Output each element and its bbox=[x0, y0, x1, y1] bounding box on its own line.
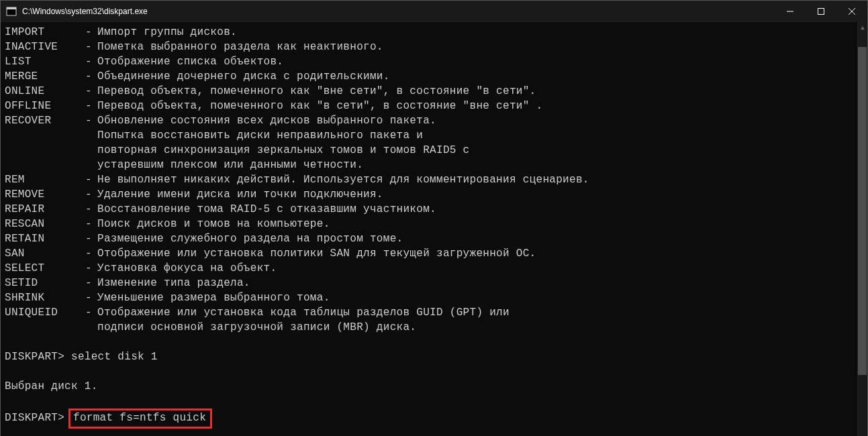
help-description: Перевод объекта, помеченного как "в сети… bbox=[97, 99, 542, 113]
help-command: REPAIR bbox=[5, 202, 85, 217]
help-command: MERGE bbox=[5, 69, 85, 84]
help-command: RESCAN bbox=[5, 217, 85, 231]
help-row: MERGE- Объединение дочернего диска с род… bbox=[5, 69, 852, 84]
help-command: RECOVER bbox=[5, 113, 85, 128]
help-description: Размещение служебного раздела на простом… bbox=[97, 231, 403, 246]
help-dash: - bbox=[85, 172, 97, 187]
window-title: C:\Windows\system32\diskpart.exe bbox=[22, 7, 148, 16]
help-command: REMOVE bbox=[5, 187, 85, 202]
help-description: устаревшим плексом или данными четности. bbox=[97, 158, 363, 172]
help-description: Изменение типа раздела. bbox=[97, 276, 250, 290]
help-description: Отображение списка объектов. bbox=[97, 54, 283, 69]
help-dash: - bbox=[85, 69, 97, 84]
help-dash: - bbox=[85, 217, 97, 231]
close-button[interactable] bbox=[836, 1, 867, 22]
help-description: повторная синхронизация зеркальных томов… bbox=[97, 143, 470, 158]
help-dash: - bbox=[85, 231, 97, 246]
terminal-output[interactable]: IMPORT- Импорт группы дисков.INACTIVE- П… bbox=[1, 22, 856, 436]
help-row: устаревшим плексом или данными четности. bbox=[5, 158, 852, 172]
typed-command: format fs=ntfs quick bbox=[73, 412, 206, 424]
help-description: Попытка восстановить диски неправильного… bbox=[97, 128, 423, 143]
svg-marker-6 bbox=[861, 26, 865, 30]
help-row: повторная синхронизация зеркальных томов… bbox=[5, 143, 852, 158]
prompt: DISKPART> bbox=[5, 412, 71, 424]
help-description: Отображение или установка политики SAN д… bbox=[97, 246, 536, 261]
help-row: SAN- Отображение или установка политики … bbox=[5, 246, 852, 261]
help-dash: - bbox=[85, 54, 97, 69]
help-dash: - bbox=[85, 25, 97, 40]
help-description: Импорт группы дисков. bbox=[97, 25, 237, 40]
help-description: Пометка выбранного раздела как неактивно… bbox=[97, 40, 383, 54]
help-command: REM bbox=[5, 172, 85, 187]
console-window: C:\Windows\system32\diskpart.exe IMPORT-… bbox=[0, 0, 868, 436]
help-dash: - bbox=[85, 40, 97, 54]
scroll-thumb[interactable] bbox=[858, 47, 867, 375]
help-row: OFFLINE- Перевод объекта, помеченного ка… bbox=[5, 99, 852, 113]
help-dash: - bbox=[85, 187, 97, 202]
prompt-line: DISKPART> select disk 1 bbox=[5, 349, 852, 364]
help-description: Отображение или установка кода таблицы р… bbox=[97, 305, 510, 320]
help-command: SHRINK bbox=[5, 290, 85, 305]
help-row: REPAIR- Восстановление тома RAID-5 с отк… bbox=[5, 202, 852, 217]
help-description: Не выполняет никаких действий. Используе… bbox=[97, 172, 589, 187]
help-dash: - bbox=[85, 261, 97, 276]
help-command: IMPORT bbox=[5, 25, 85, 40]
help-row: RETAIN- Размещение служебного раздела на… bbox=[5, 231, 852, 246]
help-dash: - bbox=[85, 246, 97, 261]
help-dash: - bbox=[85, 290, 97, 305]
help-description: подписи основной загрузочной записи (MBR… bbox=[97, 320, 416, 335]
help-row: ONLINE- Перевод объекта, помеченного как… bbox=[5, 84, 852, 99]
help-command: UNIQUEID bbox=[5, 305, 85, 320]
help-row: IMPORT- Импорт группы дисков. bbox=[5, 25, 852, 40]
help-row: UNIQUEID- Отображение или установка кода… bbox=[5, 305, 852, 320]
help-row: LIST- Отображение списка объектов. bbox=[5, 54, 852, 69]
help-dash: - bbox=[85, 305, 97, 320]
help-row: INACTIVE- Пометка выбранного раздела как… bbox=[5, 40, 852, 54]
help-command: SAN bbox=[5, 246, 85, 261]
minimize-button[interactable] bbox=[775, 1, 806, 22]
svg-rect-1 bbox=[7, 7, 16, 9]
help-dash: - bbox=[85, 99, 97, 113]
help-command: SELECT bbox=[5, 261, 85, 276]
help-description: Уменьшение размера выбранного тома. bbox=[97, 290, 330, 305]
help-description: Поиск дисков и томов на компьютере. bbox=[97, 217, 330, 231]
typed-command: select disk 1 bbox=[71, 351, 158, 363]
help-description: Установка фокуса на объект. bbox=[97, 261, 277, 276]
help-table: IMPORT- Импорт группы дисков.INACTIVE- П… bbox=[5, 25, 852, 335]
help-dash: - bbox=[85, 113, 97, 128]
vertical-scrollbar[interactable] bbox=[856, 22, 867, 436]
highlighted-command: format fs=ntfs quick bbox=[68, 408, 212, 429]
help-row: подписи основной загрузочной записи (MBR… bbox=[5, 320, 852, 335]
help-row: SELECT- Установка фокуса на объект. bbox=[5, 261, 852, 276]
help-command: RETAIN bbox=[5, 231, 85, 246]
help-row: Попытка восстановить диски неправильного… bbox=[5, 128, 852, 143]
svg-rect-3 bbox=[818, 9, 824, 15]
help-command: SETID bbox=[5, 276, 85, 290]
help-description: Восстановление тома RAID-5 с отказавшим … bbox=[97, 202, 436, 217]
help-row: REMOVE- Удаление имени диска или точки п… bbox=[5, 187, 852, 202]
app-icon bbox=[6, 6, 17, 17]
title-bar[interactable]: C:\Windows\system32\diskpart.exe bbox=[1, 1, 867, 22]
help-command: INACTIVE bbox=[5, 40, 85, 54]
scroll-up-button[interactable] bbox=[857, 22, 868, 34]
help-command: ONLINE bbox=[5, 84, 85, 99]
help-row: RESCAN- Поиск дисков и томов на компьюте… bbox=[5, 217, 852, 231]
help-description: Перевод объекта, помеченного как "вне се… bbox=[97, 84, 536, 99]
help-dash: - bbox=[85, 84, 97, 99]
help-description: Удаление имени диска или точки подключен… bbox=[97, 187, 383, 202]
maximize-button[interactable] bbox=[806, 1, 836, 22]
help-description: Объединение дочернего диска с родительск… bbox=[97, 69, 390, 84]
help-row: RECOVER- Обновление состояния всех диско… bbox=[5, 113, 852, 128]
help-command: LIST bbox=[5, 54, 85, 69]
help-description: Обновление состояния всех дисков выбранн… bbox=[97, 113, 436, 128]
prompt-line: DISKPART> format fs=ntfs quick bbox=[5, 408, 852, 429]
prompt: DISKPART> bbox=[5, 351, 71, 363]
help-row: SHRINK- Уменьшение размера выбранного то… bbox=[5, 290, 852, 305]
client-area: IMPORT- Импорт группы дисков.INACTIVE- П… bbox=[1, 22, 867, 436]
response-line: Выбран диск 1. bbox=[5, 379, 852, 394]
help-command: OFFLINE bbox=[5, 99, 85, 113]
help-dash: - bbox=[85, 202, 97, 217]
help-row: REM- Не выполняет никаких действий. Испо… bbox=[5, 172, 852, 187]
help-row: SETID- Изменение типа раздела. bbox=[5, 276, 852, 290]
help-dash: - bbox=[85, 276, 97, 290]
